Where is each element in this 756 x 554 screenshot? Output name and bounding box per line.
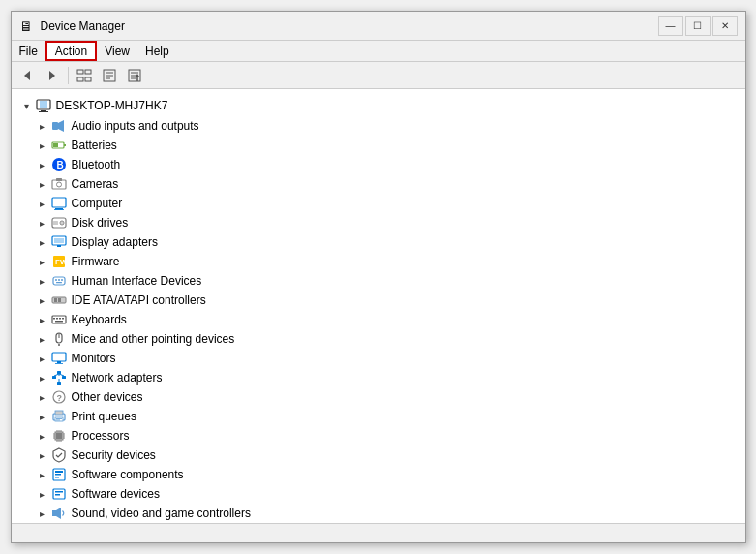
svg-rect-39 — [57, 245, 61, 247]
svg-rect-60 — [57, 361, 61, 363]
svg-rect-27 — [52, 180, 66, 189]
svg-point-28 — [56, 182, 61, 187]
icon-print — [50, 408, 68, 425]
svg-rect-61 — [55, 363, 63, 364]
window-title: Device Manager — [41, 19, 125, 33]
chevron-sound — [35, 506, 50, 521]
chevron-computer — [35, 196, 50, 211]
chevron-monitors — [35, 351, 50, 366]
svg-marker-1 — [49, 71, 55, 80]
tree-item-cameras[interactable]: Cameras — [35, 174, 738, 194]
back-button[interactable] — [15, 65, 39, 86]
tree-item-security[interactable]: Security devices — [35, 446, 738, 465]
svg-rect-53 — [59, 318, 61, 320]
label-print: Print queues — [72, 410, 136, 423]
chevron-firmware — [35, 254, 50, 269]
svg-point-58 — [58, 344, 60, 346]
tree-item-software-components[interactable]: Software components — [35, 465, 738, 484]
chevron-software-components — [35, 467, 50, 482]
tree-item-computer[interactable]: Computer — [35, 194, 738, 213]
icon-monitors — [50, 350, 68, 367]
content-area[interactable]: DESKTOP-MHJ7HK7 Audio inputs and outputs — [12, 89, 745, 523]
tree-item-print[interactable]: Print queues — [35, 407, 738, 426]
tree-item-other[interactable]: ? Other devices — [35, 387, 738, 407]
svg-rect-78 — [56, 433, 62, 439]
svg-rect-23 — [64, 144, 66, 146]
label-hid: Human Interface Devices — [72, 274, 202, 288]
icon-disk — [50, 214, 68, 231]
svg-rect-62 — [57, 371, 61, 374]
svg-rect-24 — [53, 143, 58, 147]
title-bar-left: 🖥 Device Manager — [19, 18, 125, 34]
svg-rect-50 — [52, 316, 66, 323]
svg-line-68 — [59, 374, 64, 376]
icon-bluetooth: B — [50, 156, 68, 173]
svg-point-35 — [61, 222, 62, 223]
chevron-hid — [35, 273, 50, 289]
icon-sound — [50, 505, 68, 522]
menu-help[interactable]: Help — [137, 41, 177, 61]
svg-rect-65 — [57, 382, 61, 385]
svg-rect-36 — [53, 221, 58, 225]
root-item[interactable]: DESKTOP-MHJ7HK7 — [19, 95, 738, 116]
close-button[interactable]: ✕ — [712, 16, 738, 36]
label-bluetooth: Bluetooth — [72, 158, 121, 171]
tree-item-ide[interactable]: IDE ATA/ATAPI controllers — [35, 291, 738, 310]
menu-view[interactable]: View — [97, 41, 137, 61]
tree-item-processors[interactable]: Processors — [35, 426, 738, 446]
svg-rect-17 — [40, 101, 47, 108]
tree-item-disk[interactable]: Disk drives — [35, 213, 738, 232]
menu-action[interactable]: Action — [45, 41, 97, 61]
properties-button[interactable] — [98, 65, 121, 86]
tree-item-software-devices[interactable]: Software devices — [35, 484, 738, 504]
svg-line-67 — [54, 374, 59, 376]
label-other: Other devices — [72, 390, 143, 404]
forward-button[interactable] — [41, 65, 64, 86]
icon-computer — [50, 195, 68, 212]
menu-file[interactable]: File — [12, 41, 45, 61]
tree-item-monitors[interactable]: Monitors — [35, 349, 738, 368]
svg-text:FW: FW — [55, 258, 67, 266]
chevron-software-devices — [35, 486, 50, 502]
maximize-button[interactable]: ☐ — [685, 16, 711, 36]
svg-rect-92 — [55, 471, 63, 473]
svg-rect-30 — [52, 198, 66, 207]
tree-item-sound[interactable]: Sound, video and game controllers — [35, 504, 738, 523]
device-manager-window: 🖥 Device Manager — ☐ ✕ File Action View … — [11, 11, 746, 543]
label-batteries: Batteries — [72, 138, 117, 152]
tree-item-hid[interactable]: Human Interface Devices — [35, 271, 738, 291]
svg-rect-59 — [52, 353, 66, 361]
label-mice: Mice and other pointing devices — [72, 332, 235, 346]
svg-rect-76 — [56, 420, 60, 421]
minimize-button[interactable]: — — [658, 16, 683, 36]
svg-rect-64 — [62, 376, 66, 379]
tree-item-firmware[interactable]: FW Firmware — [35, 252, 738, 271]
icon-mice — [50, 330, 68, 348]
tree-item-bluetooth[interactable]: B Bluetooth — [35, 155, 738, 174]
svg-rect-20 — [52, 122, 58, 130]
svg-rect-63 — [52, 376, 56, 379]
root-label: DESKTOP-MHJ7HK7 — [56, 99, 168, 112]
title-bar-controls: — ☐ ✕ — [658, 16, 738, 36]
icon-software-devices — [50, 485, 68, 503]
tree-item-audio[interactable]: Audio inputs and outputs — [35, 116, 738, 136]
update-button[interactable] — [123, 65, 146, 86]
chevron-print — [35, 409, 50, 424]
toolbar — [12, 62, 745, 89]
icon-network — [50, 369, 68, 386]
tree-item-batteries[interactable]: Batteries — [35, 136, 738, 155]
svg-rect-97 — [55, 494, 60, 496]
chevron-batteries — [35, 138, 50, 153]
tree-item-mice[interactable]: Mice and other pointing devices — [35, 329, 738, 349]
tree-item-keyboards[interactable]: Keyboards — [35, 310, 738, 329]
tree-view-button[interactable] — [73, 65, 96, 86]
svg-rect-51 — [53, 318, 55, 320]
chevron-audio — [35, 118, 50, 134]
svg-marker-99 — [56, 508, 61, 519]
svg-rect-74 — [55, 417, 63, 421]
title-bar: 🖥 Device Manager — ☐ ✕ — [12, 12, 745, 41]
svg-rect-49 — [58, 298, 61, 302]
label-display: Display adapters — [72, 235, 158, 249]
tree-item-display[interactable]: Display adapters — [35, 232, 738, 252]
tree-item-network[interactable]: Network adapters — [35, 368, 738, 387]
